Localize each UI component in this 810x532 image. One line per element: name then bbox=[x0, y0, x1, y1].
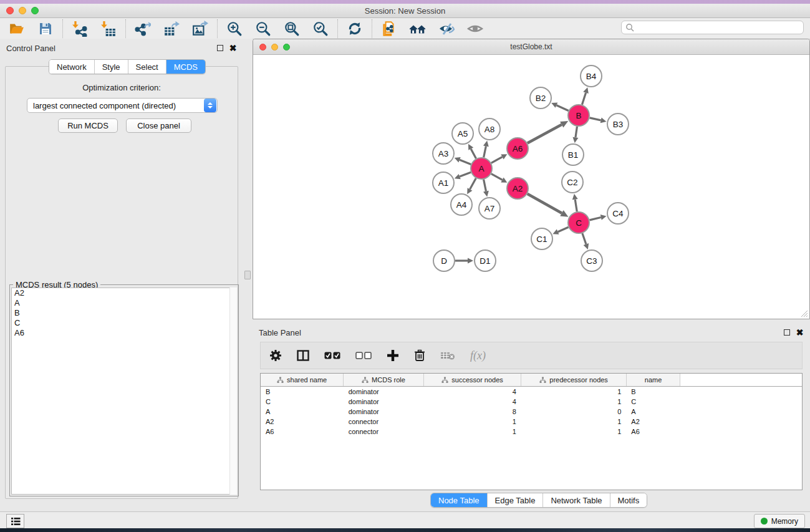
float-panel-icon[interactable] bbox=[216, 44, 224, 52]
edge-A-A1[interactable] bbox=[460, 172, 471, 177]
network-window-titlebar[interactable]: testGlobe.txt bbox=[253, 39, 809, 55]
result-item[interactable]: B bbox=[12, 308, 236, 318]
memory-button[interactable]: Memory bbox=[754, 514, 805, 528]
zoom-selected-icon[interactable] bbox=[312, 20, 329, 37]
deselect-all-checkboxes-icon[interactable] bbox=[355, 351, 372, 360]
tab-motifs[interactable]: Motifs bbox=[610, 493, 647, 507]
close-panel-icon[interactable]: ✖ bbox=[229, 44, 237, 52]
network-canvas[interactable]: B4B2BB3A5A8A6A3B1AA1C2A2A4A7C4CC1C3DD1 bbox=[254, 55, 809, 319]
table-cell[interactable]: 1 bbox=[423, 417, 521, 427]
table-cell[interactable]: 4 bbox=[423, 397, 521, 407]
open-file-icon[interactable] bbox=[8, 20, 26, 37]
zoom-in-icon[interactable] bbox=[226, 20, 243, 37]
close-panel-button[interactable]: Close panel bbox=[126, 118, 191, 133]
table-cell[interactable]: dominator bbox=[344, 397, 424, 407]
splitter-handle[interactable] bbox=[244, 271, 251, 279]
tab-node-table[interactable]: Node Table bbox=[431, 493, 488, 507]
zoom-out-icon[interactable] bbox=[254, 20, 272, 37]
export-network-icon[interactable] bbox=[134, 20, 152, 37]
delete-table-icon[interactable] bbox=[440, 351, 455, 360]
clone-network-icon[interactable] bbox=[380, 20, 398, 37]
zoom-fit-icon[interactable] bbox=[283, 20, 301, 37]
close-table-panel-icon[interactable]: ✖ bbox=[796, 329, 804, 337]
float-table-panel-icon[interactable] bbox=[783, 329, 791, 337]
column-header-shared-name[interactable]: shared name bbox=[261, 374, 344, 387]
edge-B-B2[interactable] bbox=[556, 105, 568, 111]
table-cell[interactable]: 1 bbox=[521, 387, 626, 397]
edge-B-B4[interactable] bbox=[582, 93, 586, 105]
table-cell[interactable]: C bbox=[261, 397, 344, 407]
tab-style[interactable]: Style bbox=[95, 60, 128, 74]
tab-select[interactable]: Select bbox=[128, 60, 166, 74]
import-table-icon[interactable] bbox=[100, 20, 117, 37]
first-neighbors-icon[interactable] bbox=[409, 20, 427, 37]
table-cell[interactable]: 1 bbox=[521, 417, 626, 427]
table-row[interactable]: Cdominator41C bbox=[261, 397, 802, 407]
delete-column-icon[interactable] bbox=[414, 349, 425, 362]
table-row[interactable]: A2connector11A2 bbox=[261, 417, 802, 427]
edge-A-A4[interactable] bbox=[470, 178, 476, 190]
result-scrollbar[interactable] bbox=[229, 288, 237, 495]
add-column-icon[interactable] bbox=[387, 349, 399, 362]
edge-A-A8[interactable] bbox=[484, 146, 486, 157]
edge-C-C4[interactable] bbox=[590, 217, 601, 220]
table-cell[interactable]: connector bbox=[344, 427, 424, 437]
column-header-predecessor-nodes[interactable]: predecessor nodes bbox=[521, 374, 626, 387]
save-session-icon[interactable] bbox=[37, 20, 54, 37]
result-item[interactable]: A2 bbox=[12, 288, 236, 298]
edge-B-B3[interactable] bbox=[590, 118, 601, 120]
column-header-name[interactable]: name bbox=[626, 374, 680, 387]
edge-C-C1[interactable] bbox=[558, 227, 569, 231]
export-table-icon[interactable] bbox=[163, 20, 180, 37]
mcds-result-list[interactable]: A2ABCA6 bbox=[11, 288, 237, 495]
edge-A-A6[interactable] bbox=[491, 157, 503, 163]
table-cell[interactable]: dominator bbox=[344, 387, 424, 397]
edge-A-A7[interactable] bbox=[484, 180, 486, 191]
tab-network[interactable]: Network bbox=[49, 60, 95, 74]
table-cell[interactable]: 4 bbox=[423, 387, 521, 397]
edge-C-C2[interactable] bbox=[575, 200, 577, 212]
table-cell[interactable]: C bbox=[626, 397, 680, 407]
edge-A-A3[interactable] bbox=[460, 160, 471, 164]
export-image-icon[interactable] bbox=[191, 20, 209, 37]
table-row[interactable]: Bdominator41B bbox=[261, 387, 802, 397]
import-network-icon[interactable] bbox=[71, 20, 89, 37]
task-history-button[interactable] bbox=[6, 514, 24, 528]
column-header-MCDS-role[interactable]: MCDS role bbox=[344, 374, 424, 387]
table-cell[interactable]: A2 bbox=[261, 417, 344, 427]
table-cell[interactable]: 8 bbox=[423, 407, 521, 417]
table-cell[interactable]: A bbox=[261, 407, 344, 417]
table-cell[interactable]: B bbox=[626, 387, 680, 397]
table-cell[interactable]: 1 bbox=[423, 427, 521, 437]
tab-network-table[interactable]: Network Table bbox=[543, 493, 610, 507]
tab-edge-table[interactable]: Edge Table bbox=[488, 493, 544, 507]
function-builder-icon[interactable]: f(x) bbox=[470, 349, 486, 362]
refresh-icon[interactable] bbox=[346, 20, 364, 37]
select-all-checkboxes-icon[interactable] bbox=[324, 351, 340, 360]
table-row[interactable]: A6connector11A6 bbox=[261, 427, 802, 437]
resize-grip-icon[interactable] bbox=[800, 309, 808, 317]
edge-A2-C[interactable] bbox=[528, 194, 562, 213]
settings-gear-icon[interactable] bbox=[269, 349, 282, 362]
table-cell[interactable]: 1 bbox=[521, 427, 626, 437]
edge-A-A2[interactable] bbox=[491, 174, 503, 180]
table-cell[interactable]: dominator bbox=[344, 407, 424, 417]
edge-B-B1[interactable] bbox=[576, 127, 577, 137]
table-cell[interactable]: A6 bbox=[626, 427, 680, 437]
edge-A6-B[interactable] bbox=[528, 125, 562, 143]
table-cell[interactable]: A2 bbox=[626, 417, 680, 427]
tab-mcds[interactable]: MCDS bbox=[166, 60, 205, 74]
column-header-successor-nodes[interactable]: successor nodes bbox=[423, 374, 521, 387]
column-layout-icon[interactable] bbox=[297, 349, 309, 362]
table-cell[interactable]: connector bbox=[344, 417, 424, 427]
result-item[interactable]: C bbox=[12, 318, 236, 328]
result-item[interactable]: A bbox=[12, 298, 236, 308]
table-cell[interactable]: A6 bbox=[261, 427, 344, 437]
hide-selected-icon[interactable] bbox=[438, 20, 455, 37]
search-input[interactable] bbox=[621, 21, 804, 34]
table-cell[interactable]: 1 bbox=[521, 397, 626, 407]
table-cell[interactable]: 0 bbox=[521, 407, 626, 417]
criterion-dropdown[interactable]: largest connected component (directed) bbox=[27, 98, 218, 113]
vertical-splitter[interactable] bbox=[243, 39, 253, 511]
result-item[interactable]: A6 bbox=[12, 328, 236, 338]
